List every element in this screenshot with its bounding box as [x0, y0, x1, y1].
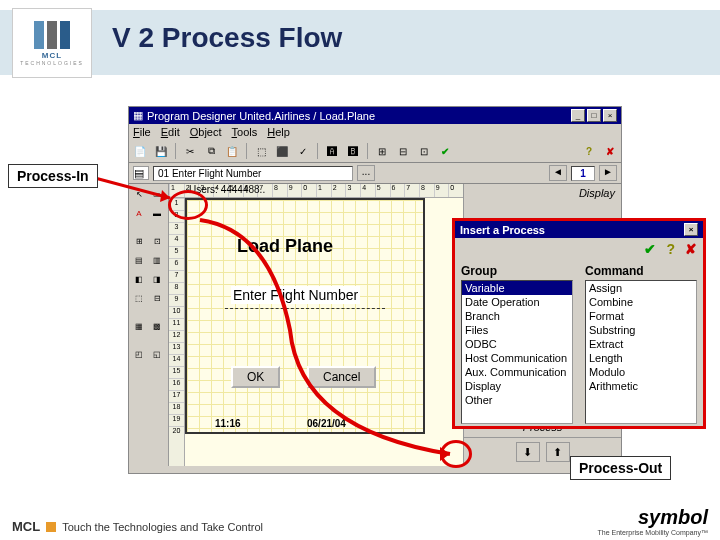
menu-object[interactable]: Object	[190, 126, 222, 138]
command-item[interactable]: Arithmetic	[586, 379, 696, 393]
menu-tools[interactable]: Tools	[232, 126, 258, 138]
menu-file[interactable]: File	[133, 126, 151, 138]
app-icon: ▦	[133, 109, 143, 122]
menu-help[interactable]: Help	[267, 126, 290, 138]
step-next-button[interactable]: ►	[599, 165, 617, 181]
palette-tool-3[interactable]: A	[131, 205, 147, 221]
dialog-cancel-icon[interactable]: ✘	[685, 241, 697, 257]
palette-tool-15[interactable]: ◰	[131, 346, 147, 362]
group-item[interactable]: Aux. Communication	[462, 365, 572, 379]
palette-tool-4[interactable]: ▬	[149, 205, 165, 221]
command-item[interactable]: Assign	[586, 281, 696, 295]
process-out-label: Process-Out	[570, 456, 671, 480]
mcl-logo: MCL TECHNOLOGIES	[12, 8, 92, 78]
step-prev-button[interactable]: ◄	[549, 165, 567, 181]
symbol-tagline: The Enterprise Mobility Company™	[598, 529, 709, 536]
tool-save-icon[interactable]: 💾	[152, 142, 170, 160]
canvas-cancel-button[interactable]: Cancel	[307, 366, 376, 388]
step-icon[interactable]: ▤	[133, 166, 149, 180]
dialog-title: Insert a Process	[460, 224, 682, 236]
tool-help-icon[interactable]: ?	[580, 142, 598, 160]
command-item[interactable]: Substring	[586, 323, 696, 337]
palette-tool-16[interactable]: ◱	[149, 346, 165, 362]
command-item[interactable]: Length	[586, 351, 696, 365]
canvas-prompt: Enter Flight Number	[231, 286, 360, 304]
symbol-name: symbol	[598, 506, 709, 529]
palette-tool-13[interactable]: ▦	[131, 318, 147, 334]
tool-grid-icon[interactable]: ⊞	[373, 142, 391, 160]
canvas-title: Load Plane	[237, 236, 333, 257]
command-item[interactable]: Format	[586, 309, 696, 323]
palette-tool-11[interactable]: ⬚	[131, 290, 147, 306]
palette-tool-5[interactable]: ⊞	[131, 233, 147, 249]
display-label: Display	[464, 184, 621, 202]
command-item[interactable]: Modulo	[586, 365, 696, 379]
dialog-close-button[interactable]: ×	[684, 223, 698, 236]
tool-palette: ↖▭ A▬ ⊞⊡ ▤▥ ◧◨ ⬚⊟ ▦▩ ◰◱	[129, 184, 169, 466]
palette-tool-10[interactable]: ◨	[149, 271, 165, 287]
window-title: Program Designer United.Airlines / Load.…	[147, 110, 569, 122]
palette-tool-9[interactable]: ◧	[131, 271, 147, 287]
design-canvas[interactable]: 12345678901234567890 1234567891011121314…	[169, 184, 463, 466]
command-item[interactable]: Extract	[586, 337, 696, 351]
tool-cancel-icon[interactable]: ✘	[601, 142, 619, 160]
dialog-ok-icon[interactable]: ✔	[644, 241, 656, 257]
tool-accept-icon[interactable]: ✔	[436, 142, 454, 160]
group-heading: Group	[461, 262, 573, 280]
palette-tool-7[interactable]: ▤	[131, 252, 147, 268]
symbol-logo: symbol The Enterprise Mobility Company™	[598, 506, 709, 536]
highlight-circle-out	[440, 440, 472, 468]
close-button[interactable]: ×	[603, 109, 617, 122]
process-in-label: Process-In	[8, 164, 98, 188]
palette-tool-2[interactable]: ▭	[149, 186, 165, 202]
footer-brand: MCL	[12, 519, 40, 534]
dialog-help-icon[interactable]: ?	[666, 241, 675, 257]
screen-grid[interactable]: Load Plane Enter Flight Number OK Cancel…	[185, 198, 425, 434]
tool-b-icon[interactable]: 🅱	[344, 142, 362, 160]
tool-paste-icon[interactable]: 📋	[223, 142, 241, 160]
canvas-ok-button[interactable]: OK	[231, 366, 280, 388]
minimize-button[interactable]: _	[571, 109, 585, 122]
group-item[interactable]: Display	[462, 379, 572, 393]
tool-snap-icon[interactable]: ⊡	[415, 142, 433, 160]
palette-tool-8[interactable]: ▥	[149, 252, 165, 268]
palette-tool-1[interactable]: ↖	[131, 186, 147, 202]
step-field[interactable]: 01 Enter Flight Number	[153, 166, 353, 181]
palette-tool-12[interactable]: ⊟	[149, 290, 165, 306]
step-bar: ▤ 01 Enter Flight Number ... ◄ 1 ►	[129, 163, 621, 184]
tool-copy-icon[interactable]: ⧉	[202, 142, 220, 160]
tool-group1-icon[interactable]: ⬚	[252, 142, 270, 160]
group-item[interactable]: Branch	[462, 309, 572, 323]
palette-tool-14[interactable]: ▩	[149, 318, 165, 334]
menubar: File Edit Object Tools Help	[129, 124, 621, 140]
window-titlebar: ▦ Program Designer United.Airlines / Loa…	[129, 107, 621, 124]
tool-a-icon[interactable]: 🅰	[323, 142, 341, 160]
canvas-date: 06/21/04	[307, 418, 346, 429]
group-item[interactable]: Files	[462, 323, 572, 337]
maximize-button[interactable]: □	[587, 109, 601, 122]
footer: MCL Touch the Technologies and Take Cont…	[12, 519, 263, 534]
group-item[interactable]: Date Operation	[462, 295, 572, 309]
tool-group2-icon[interactable]: ⬛	[273, 142, 291, 160]
footer-square-icon	[46, 522, 56, 532]
canvas-time: 11:16	[215, 418, 241, 429]
group-item[interactable]: ODBC	[462, 337, 572, 351]
step-more-button[interactable]: ...	[357, 165, 375, 181]
tool-cut-icon[interactable]: ✂	[181, 142, 199, 160]
palette-tool-6[interactable]: ⊡	[149, 233, 165, 249]
slide-title: V 2 Process Flow	[112, 22, 342, 54]
process-out-button[interactable]: ⬆	[546, 442, 570, 462]
group-list[interactable]: VariableDate OperationBranchFilesODBCHos…	[461, 280, 573, 424]
command-item[interactable]: Combine	[586, 295, 696, 309]
tool-check-icon[interactable]: ✓	[294, 142, 312, 160]
canvas-input-field[interactable]	[225, 308, 385, 309]
footer-tagline: Touch the Technologies and Take Control	[62, 521, 263, 533]
group-item[interactable]: Variable	[462, 281, 572, 295]
process-in-button[interactable]: ⬇	[516, 442, 540, 462]
group-item[interactable]: Other	[462, 393, 572, 407]
menu-edit[interactable]: Edit	[161, 126, 180, 138]
tool-new-icon[interactable]: 📄	[131, 142, 149, 160]
group-item[interactable]: Host Communication	[462, 351, 572, 365]
tool-align-icon[interactable]: ⊟	[394, 142, 412, 160]
command-list[interactable]: AssignCombineFormatSubstringExtractLengt…	[585, 280, 697, 424]
